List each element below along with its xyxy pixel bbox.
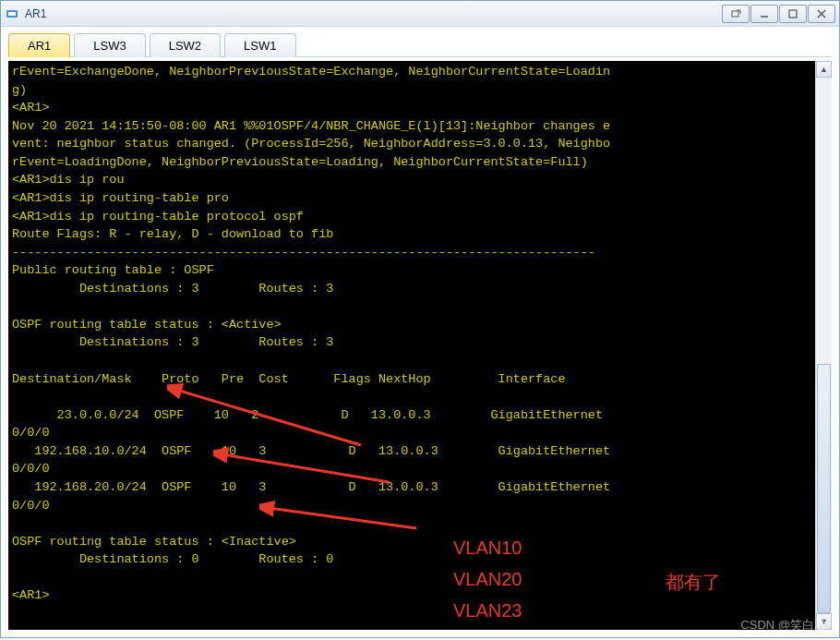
tab-lsw2[interactable]: LSW2 [150,33,221,57]
tabs: AR1 LSW3 LSW2 LSW1 [8,32,832,57]
tab-ar1[interactable]: AR1 [8,33,70,57]
tab-label: LSW2 [169,39,201,53]
titlebar[interactable]: AR1 [1,1,839,27]
scroll-down-button[interactable]: ▼ [816,613,832,630]
maximize-button[interactable] [779,5,807,23]
svg-rect-4 [789,10,797,18]
terminal-container: rEvent=ExchangeDone, NeighborPreviousSta… [1,57,839,637]
svg-rect-2 [732,11,738,17]
tab-label: LSW3 [93,39,126,53]
minimize-button[interactable] [750,5,778,23]
close-button[interactable] [808,5,835,23]
tab-lsw3[interactable]: LSW3 [74,33,145,57]
tab-label: AR1 [28,39,51,53]
scroll-track[interactable] [816,78,832,613]
app-icon [5,6,19,21]
app-window: AR1 AR1 LSW3 LSW2 LSW1 rEvent=ExchangeDo… [0,0,840,638]
tabs-container: AR1 LSW3 LSW2 LSW1 [1,27,839,57]
window-title: AR1 [25,7,721,20]
scroll-up-button[interactable]: ▲ [816,61,832,78]
tab-lsw1[interactable]: LSW1 [224,33,295,57]
window-controls [721,5,835,23]
scroll-thumb[interactable] [817,364,831,613]
vertical-scrollbar: ▲ ▼ [815,61,832,630]
svg-rect-1 [8,12,16,16]
popout-button[interactable] [722,5,750,23]
tab-label: LSW1 [244,39,276,53]
terminal-output[interactable]: rEvent=ExchangeDone, NeighborPreviousSta… [8,61,832,630]
